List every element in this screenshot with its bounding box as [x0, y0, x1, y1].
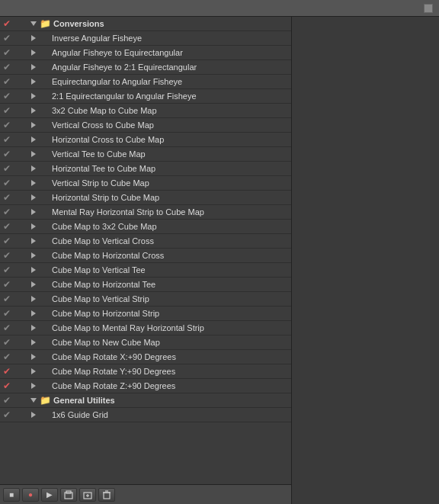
expand-triangle	[31, 180, 36, 186]
check-col: ✔	[0, 323, 14, 332]
action-group-row[interactable]: ✔ 📁 Conversions	[0, 17, 291, 31]
expand-triangle	[31, 325, 36, 331]
check-mark: ✔	[3, 381, 11, 390]
expand-triangle	[31, 136, 36, 143]
check-col: ✔	[0, 77, 14, 86]
action-label: Cube Map to Vertical Strip	[52, 294, 291, 303]
action-item-row[interactable]: ✔ Cube Map to Horizontal Cross	[0, 249, 291, 263]
action-item-row[interactable]: ✔ Inverse Angular Fisheye	[0, 31, 291, 46]
check-mark: ✔	[3, 265, 11, 274]
check-mark: ✔	[3, 222, 11, 231]
action-label: Cube Map to Horizontal Cross	[52, 251, 291, 260]
action-item-row[interactable]: ✔ 2:1 Equirectangular to Angular Fisheye	[0, 89, 291, 104]
expand-col	[27, 412, 40, 418]
action-item-row[interactable]: ✔ Cube Map to Vertical Tee	[0, 263, 291, 278]
check-mark: ✔	[3, 63, 11, 72]
delete-button[interactable]	[98, 488, 115, 502]
check-mark: ✔	[3, 294, 11, 303]
expand-triangle	[31, 194, 36, 201]
check-mark: ✔	[3, 19, 11, 28]
action-item-row[interactable]: ✔ Cube Map to Horizontal Tee	[0, 278, 291, 292]
check-col: ✔	[0, 265, 14, 274]
check-mark: ✔	[3, 280, 11, 289]
check-mark: ✔	[3, 48, 11, 57]
action-item-row[interactable]: ✔ Angular Fisheye to 2:1 Equirectangular	[0, 60, 291, 75]
folder-icon: 📁	[40, 18, 51, 29]
play-button[interactable]: ▶	[41, 488, 58, 502]
check-col: ✔	[0, 367, 14, 376]
check-mark: ✔	[3, 193, 11, 202]
check-col: ✔	[0, 48, 14, 57]
action-item-row[interactable]: ✔ Angular Fisheye to Equirectangular	[0, 46, 291, 60]
action-item-row[interactable]: ✔ Cube Map to New Cube Map	[0, 335, 291, 350]
action-item-row[interactable]: ✔ 3x2 Cube Map to Cube Map	[0, 104, 291, 118]
action-label: Vertical Strip to Cube Map	[52, 178, 291, 188]
action-item-row[interactable]: ✔ Vertical Tee to Cube Map	[0, 147, 291, 162]
action-item-row[interactable]: ✔ Vertical Strip to Cube Map	[0, 176, 291, 191]
action-label: Cube Map Rotate X:+90 Degrees	[52, 352, 291, 361]
action-item-row[interactable]: ✔ Cube Map to 3x2 Cube Map	[0, 220, 291, 234]
check-col: ✔	[0, 222, 14, 231]
action-label: Angular Fisheye to Equirectangular	[52, 48, 291, 57]
check-mark: ✔	[3, 236, 11, 246]
action-item-row[interactable]: ✔ Cube Map Rotate Z:+90 Degrees	[0, 379, 291, 393]
expand-triangle	[31, 165, 36, 172]
action-label: Cube Map to Vertical Cross	[52, 236, 291, 246]
expand-col	[27, 180, 40, 186]
action-item-row[interactable]: ✔ Equirectangular to Angular Fisheye	[0, 75, 291, 89]
actions-list[interactable]: ✔ 📁 Conversions ✔ Inverse Angular Fishey…	[0, 17, 291, 484]
action-label: 3x2 Cube Map to Cube Map	[52, 106, 291, 115]
action-label: Cube Map to Horizontal Tee	[52, 280, 291, 289]
check-mark: ✔	[3, 149, 11, 159]
expand-triangle	[31, 281, 36, 287]
action-item-row[interactable]: ✔ Horizontal Tee to Cube Map	[0, 162, 291, 176]
action-item-row[interactable]: ✔ Cube Map Rotate X:+90 Degrees	[0, 350, 291, 364]
check-mark: ✔	[3, 106, 11, 115]
action-item-row[interactable]: ✔ Cube Map to Vertical Strip	[0, 292, 291, 307]
new-set-button[interactable]	[60, 488, 77, 502]
stop-button[interactable]: ■	[3, 488, 20, 502]
expand-triangle	[30, 398, 37, 403]
check-col: ✔	[0, 309, 14, 318]
check-col: ✔	[0, 164, 14, 173]
check-col: ✔	[0, 236, 14, 246]
action-item-row[interactable]: ✔ Cube Map Rotate Y:+90 Degrees	[0, 364, 291, 379]
action-item-row[interactable]: ✔ Mental Ray Horizontal Strip to Cube Ma…	[0, 205, 291, 220]
action-item-row[interactable]: ✔ Vertical Cross to Cube Map	[0, 118, 291, 133]
group-label: Conversions	[53, 19, 291, 28]
expand-col	[27, 50, 40, 56]
folder-icon: 📁	[40, 395, 51, 406]
panel-toolbar: ■ ● ▶	[0, 484, 291, 504]
expand-col	[27, 209, 40, 215]
action-label: Vertical Cross to Cube Map	[52, 120, 291, 130]
action-item-row[interactable]: ✔ Cube Map to Vertical Cross	[0, 234, 291, 249]
expand-triangle	[31, 252, 36, 258]
action-label: Horizontal Tee to Cube Map	[52, 164, 291, 173]
action-item-row[interactable]: ✔ Cube Map to Horizontal Strip	[0, 307, 291, 321]
action-item-row[interactable]: ✔ 1x6 Guide Grid	[0, 408, 291, 422]
check-col: ✔	[0, 294, 14, 303]
expand-col	[27, 281, 40, 287]
action-label: Inverse Angular Fisheye	[52, 34, 291, 43]
expand-col	[27, 194, 40, 201]
action-label: Vertical Tee to Cube Map	[52, 149, 291, 159]
new-action-button[interactable]	[79, 488, 96, 502]
check-mark: ✔	[3, 410, 11, 419]
expand-col	[27, 238, 40, 244]
action-label: 1x6 Guide Grid	[52, 410, 291, 419]
check-mark: ✔	[3, 309, 11, 318]
check-mark: ✔	[3, 323, 11, 332]
expand-col	[27, 35, 40, 41]
check-col: ✔	[0, 410, 14, 419]
expand-triangle	[30, 21, 37, 26]
expand-triangle	[31, 383, 36, 389]
action-item-row[interactable]: ✔ Horizontal Cross to Cube Map	[0, 133, 291, 147]
collapse-button[interactable]	[424, 4, 433, 13]
check-col: ✔	[0, 63, 14, 72]
record-button[interactable]: ●	[22, 488, 39, 502]
expand-triangle	[31, 223, 36, 230]
action-item-row[interactable]: ✔ Horizontal Strip to Cube Map	[0, 191, 291, 205]
expand-triangle	[31, 35, 36, 41]
action-group-row[interactable]: ✔ 📁 General Utilites	[0, 393, 291, 408]
action-item-row[interactable]: ✔ Cube Map to Mental Ray Horizontal Stri…	[0, 321, 291, 335]
